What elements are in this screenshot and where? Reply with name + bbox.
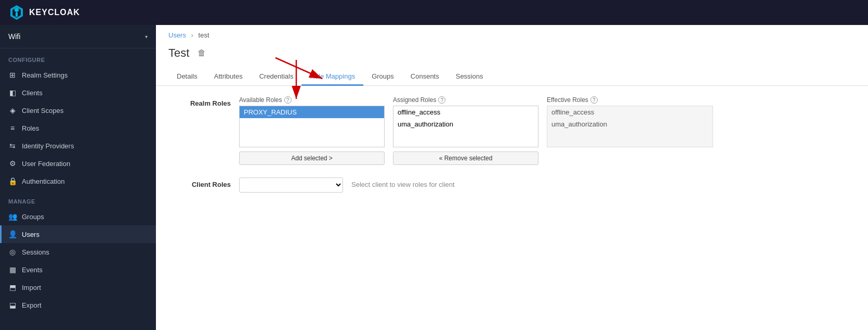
realm-chevron-icon: ▾ <box>145 34 148 40</box>
sidebar-item-groups[interactable]: 👥 Groups <box>0 208 156 225</box>
sidebar-item-user-federation[interactable]: ⚙ User Federation <box>0 155 156 172</box>
sidebar-item-label: Realm Settings <box>22 71 68 79</box>
effective-roles-column-label: Effective Roles ? <box>547 96 713 104</box>
configure-section-label: Configure <box>0 48 156 66</box>
sidebar-item-identity-providers[interactable]: ⇆ Identity Providers <box>0 137 156 155</box>
available-roles-help-icon[interactable]: ? <box>284 96 292 104</box>
client-roles-row: Client Roles Select client to view roles… <box>168 177 856 193</box>
sidebar-item-label: Clients <box>22 89 43 97</box>
tab-groups[interactable]: Groups <box>363 68 402 86</box>
groups-icon: 👥 <box>8 212 17 221</box>
remove-selected-button[interactable]: « Remove selected <box>393 151 538 165</box>
client-roles-hint: Select client to view roles for client <box>351 177 455 188</box>
svg-rect-3 <box>16 12 18 17</box>
available-roles-column-label: Available Roles ? <box>239 96 385 104</box>
sidebar-item-authentication[interactable]: 🔒 Authentication <box>0 172 156 190</box>
available-roles-group: Available Roles ? PROXY_RADIUS Add selec… <box>239 96 385 165</box>
sidebar-item-export[interactable]: ⬓ Export <box>0 296 156 314</box>
sidebar-item-label: Sessions <box>22 248 49 256</box>
sessions-icon: ◎ <box>8 248 17 256</box>
tabs: Details Attributes Credentials Role Mapp… <box>156 68 868 86</box>
tab-consents[interactable]: Consents <box>402 68 448 86</box>
sidebar-item-label: Roles <box>22 124 39 132</box>
events-icon: ▦ <box>8 265 17 274</box>
sidebar-item-label: Import <box>22 284 41 291</box>
keycloak-logo-icon <box>8 4 25 21</box>
available-roles-listbox[interactable]: PROXY_RADIUS <box>239 106 385 147</box>
client-roles-select[interactable] <box>239 177 343 193</box>
breadcrumb-users-link[interactable]: Users <box>168 31 186 39</box>
sidebar-item-label: Identity Providers <box>22 142 74 150</box>
sidebar-item-roles[interactable]: ≡ Roles <box>0 119 156 137</box>
assigned-roles-listbox[interactable]: offline_access uma_authorization <box>393 106 538 147</box>
logo: KEYCLOAK <box>8 4 80 21</box>
realm-roles-row: Realm Roles <box>168 96 856 165</box>
sidebar-item-label: Users <box>22 231 40 238</box>
assigned-role-item-uma-authorization[interactable]: uma_authorization <box>393 118 538 130</box>
realm-roles-label: Realm Roles <box>168 96 231 107</box>
topbar: KEYCLOAK <box>0 0 868 25</box>
sidebar-item-label: Groups <box>22 213 44 221</box>
assigned-roles-column-label: Assigned Roles ? <box>393 96 538 104</box>
sidebar-item-clients[interactable]: ◧ Clients <box>0 84 156 101</box>
role-mappings-section: Realm Roles <box>156 96 868 193</box>
assigned-roles-help-icon[interactable]: ? <box>438 96 445 104</box>
effective-role-item-uma-authorization: uma_authorization <box>547 118 713 130</box>
page-header: Test 🗑 <box>156 43 868 68</box>
main-content: Users › test Test 🗑 Details Attributes <box>156 25 868 330</box>
sidebar-item-label: Export <box>22 301 42 309</box>
delete-user-button[interactable]: 🗑 <box>194 47 209 59</box>
sidebar-item-label: User Federation <box>22 160 70 168</box>
available-roles-column: Available Roles ? PROXY_RADIUS Add selec… <box>239 96 385 165</box>
sidebar-item-users[interactable]: 👤 Users <box>0 225 156 243</box>
page-title: Test <box>168 46 189 60</box>
client-select-group <box>239 177 343 193</box>
export-icon: ⬓ <box>8 301 17 309</box>
tab-details[interactable]: Details <box>168 68 206 86</box>
users-icon: 👤 <box>8 230 17 238</box>
breadcrumb-current: test <box>199 31 209 39</box>
effective-roles-listbox: offline_access uma_authorization <box>547 106 713 147</box>
breadcrumb-separator: › <box>191 31 193 39</box>
sidebar-item-import[interactable]: ⬒ Import <box>0 278 156 296</box>
sidebar-item-label: Authentication <box>22 177 64 185</box>
identity-providers-icon: ⇆ <box>8 142 17 150</box>
sidebar-item-realm-settings[interactable]: ⊞ Realm Settings <box>0 66 156 84</box>
effective-role-item-offline-access: offline_access <box>547 106 713 118</box>
auth-icon: 🔒 <box>8 177 17 185</box>
effective-roles-help-icon[interactable]: ? <box>590 96 598 104</box>
manage-section-label: Manage <box>0 190 156 208</box>
grid-icon: ⊞ <box>8 71 17 79</box>
user-federation-icon: ⚙ <box>8 159 17 168</box>
sidebar-item-client-scopes[interactable]: ◈ Client Scopes <box>0 101 156 119</box>
effective-roles-column: Effective Roles ? offline_access uma_aut… <box>547 96 713 147</box>
realm-name: Wifi <box>8 32 20 41</box>
sidebar-item-label: Events <box>22 266 43 274</box>
realm-selector[interactable]: Wifi ▾ <box>0 25 156 48</box>
sidebar-item-sessions[interactable]: ◎ Sessions <box>0 243 156 261</box>
add-selected-button[interactable]: Add selected > <box>239 151 385 165</box>
logo-text: KEYCLOAK <box>29 8 80 17</box>
tab-attributes[interactable]: Attributes <box>206 68 251 86</box>
import-icon: ⬒ <box>8 283 17 291</box>
sidebar: Wifi ▾ Configure ⊞ Realm Settings ◧ Clie… <box>0 25 156 330</box>
available-role-item-proxy-radius[interactable]: PROXY_RADIUS <box>240 106 384 118</box>
sidebar-item-events[interactable]: ▦ Events <box>0 261 156 278</box>
assigned-roles-column: Assigned Roles ? offline_access uma_auth… <box>393 96 538 165</box>
sidebar-item-label: Client Scopes <box>22 107 63 115</box>
clients-icon: ◧ <box>8 88 17 97</box>
tab-role-mappings[interactable]: Role Mappings <box>301 68 363 86</box>
roles-icon: ≡ <box>8 124 17 132</box>
client-roles-label: Client Roles <box>168 177 231 188</box>
tab-sessions[interactable]: Sessions <box>448 68 492 86</box>
client-scopes-icon: ◈ <box>8 106 17 115</box>
breadcrumb: Users › test <box>156 25 868 43</box>
tab-credentials[interactable]: Credentials <box>251 68 302 86</box>
assigned-role-item-offline-access[interactable]: offline_access <box>393 106 538 118</box>
